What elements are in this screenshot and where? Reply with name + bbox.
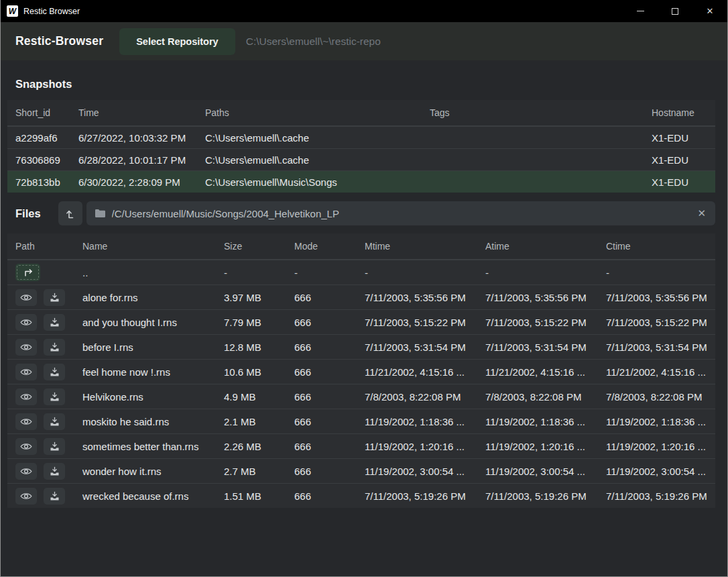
download-button[interactable] <box>44 413 65 430</box>
file-mode: 666 <box>286 461 357 482</box>
top-bar: Restic-Browser Select Repository C:\User… <box>1 22 727 60</box>
minimize-button[interactable] <box>623 0 658 22</box>
download-icon <box>50 293 60 303</box>
file-row[interactable]: sometimes better than.rns 2.26 MB 666 11… <box>7 433 715 458</box>
file-mtime: - <box>357 262 477 283</box>
file-mtime: 7/8/2003, 8:22:08 PM <box>357 386 477 407</box>
maximize-button[interactable] <box>658 0 692 22</box>
file-mode: 666 <box>286 386 357 407</box>
preview-button[interactable] <box>15 413 37 430</box>
download-icon <box>50 392 60 402</box>
column-header-hostname: Hostname <box>644 100 715 125</box>
file-ctime: 11/19/2002, 1:18:36 ... <box>598 411 715 432</box>
file-name: before I.rns <box>74 337 216 358</box>
file-name: moskito he said.rns <box>74 411 216 432</box>
select-repository-button[interactable]: Select Repository <box>119 28 235 55</box>
file-row[interactable]: wonder how it.rns 2.7 MB 666 11/19/2002,… <box>7 458 715 483</box>
file-mode: - <box>286 262 357 283</box>
file-atime: 11/21/2002, 4:15:16 ... <box>477 362 598 382</box>
file-mode: 666 <box>286 287 357 308</box>
file-mode: 666 <box>286 312 357 333</box>
file-actions <box>15 488 74 505</box>
snapshot-tags <box>422 177 644 187</box>
column-header-short-id: Short_id <box>7 100 70 125</box>
snapshot-short-id: 72b813bb <box>7 172 70 193</box>
download-button[interactable] <box>44 488 65 505</box>
preview-button[interactable] <box>15 388 37 405</box>
snapshot-tags <box>422 155 644 164</box>
title-bar: W Restic Browser ✕ <box>1 0 727 22</box>
file-name: wonder how it.rns <box>74 461 216 482</box>
file-mtime: 11/19/2002, 1:20:16 ... <box>357 436 477 457</box>
file-ctime: 7/8/2003, 8:22:08 PM <box>598 386 715 407</box>
file-size: 4.9 MB <box>216 386 286 407</box>
repository-path: C:\Users\emuell\~\restic-repo <box>246 36 381 48</box>
file-ctime: 11/19/2002, 1:20:16 ... <box>598 436 715 457</box>
snapshot-row[interactable]: 72b813bb 6/30/2022, 2:28:09 PM C:\Users\… <box>7 170 715 193</box>
snapshot-row[interactable]: 76306869 6/28/2022, 10:01:17 PM C:\Users… <box>7 148 715 170</box>
preview-button[interactable] <box>15 364 37 380</box>
file-row[interactable]: alone for.rns 3.97 MB 666 7/11/2003, 5:3… <box>7 284 715 309</box>
snapshot-short-id: a2299af6 <box>7 127 70 148</box>
download-button[interactable] <box>44 339 65 356</box>
download-button[interactable] <box>44 364 65 380</box>
eye-icon <box>20 368 32 376</box>
snapshots-table: Short_id Time Paths Tags Hostname a2299a… <box>7 100 715 193</box>
file-name: wrecked because of.rns <box>74 486 216 507</box>
snapshots-table-header: Short_id Time Paths Tags Hostname <box>7 100 715 126</box>
download-icon <box>50 466 60 476</box>
file-mtime: 7/11/2003, 5:31:54 PM <box>357 337 477 358</box>
column-header-path: Path <box>7 233 74 259</box>
snapshot-row[interactable]: a2299af6 6/27/2022, 10:03:32 PM C:\Users… <box>7 126 715 148</box>
preview-button[interactable] <box>15 289 37 306</box>
file-actions <box>15 289 74 306</box>
download-icon <box>50 441 60 452</box>
download-button[interactable] <box>44 388 65 405</box>
file-mode: 666 <box>286 411 357 432</box>
file-row[interactable]: feel home now !.rns 10.6 MB 666 11/21/20… <box>7 359 715 384</box>
go-up-button[interactable] <box>15 264 40 281</box>
clear-path-button[interactable]: ✕ <box>696 207 707 219</box>
file-atime: 7/11/2003, 5:15:22 PM <box>477 312 598 333</box>
maximize-icon <box>672 8 678 15</box>
current-path-bar[interactable]: /C/Users/emuell/Music/Songs/2004_Helveti… <box>86 201 715 225</box>
file-row[interactable]: wrecked because of.rns 1.51 MB 666 7/11/… <box>7 483 715 508</box>
files-heading: Files <box>15 207 41 220</box>
snapshot-short-id: 76306869 <box>7 150 70 170</box>
download-button[interactable] <box>44 463 65 480</box>
preview-button[interactable] <box>15 314 37 331</box>
download-icon <box>50 342 60 352</box>
file-name: Helvikone.rns <box>74 386 216 407</box>
file-mode: 666 <box>286 337 357 358</box>
close-button[interactable]: ✕ <box>692 0 727 22</box>
preview-button[interactable] <box>15 463 37 480</box>
file-ctime: 7/11/2003, 5:15:22 PM <box>598 312 715 333</box>
download-button[interactable] <box>44 314 65 331</box>
file-size: 1.51 MB <box>216 486 286 507</box>
snapshot-time: 6/30/2022, 2:28:09 PM <box>70 172 197 193</box>
file-name: sometimes better than.rns <box>74 436 216 457</box>
file-row[interactable]: Helvikone.rns 4.9 MB 666 7/8/2003, 8:22:… <box>7 384 715 409</box>
file-atime: - <box>477 262 598 283</box>
column-header-ctime: Ctime <box>598 233 715 259</box>
preview-button[interactable] <box>15 339 37 356</box>
file-mtime: 11/19/2002, 3:00:54 ... <box>357 461 477 482</box>
file-name: feel home now !.rns <box>74 362 216 382</box>
file-atime: 7/8/2003, 8:22:08 PM <box>477 386 598 407</box>
file-ctime: 7/11/2003, 5:19:26 PM <box>598 486 715 507</box>
download-button[interactable] <box>44 289 65 306</box>
window-title: Restic Browser <box>23 7 80 16</box>
files-bar: Files /C/Users/emuell/Music/Songs/2004_H… <box>7 201 715 225</box>
file-row[interactable]: moskito he said.rns 2.1 MB 666 11/19/200… <box>7 409 715 433</box>
preview-button[interactable] <box>15 488 37 505</box>
parent-directory-row[interactable]: .. - - - - - <box>7 260 715 284</box>
eye-icon <box>20 343 32 352</box>
file-row[interactable]: before I.rns 12.8 MB 666 7/11/2003, 5:31… <box>7 334 715 359</box>
files-table: Path Name Size Mode Mtime Atime Ctime .. <box>7 233 715 508</box>
preview-button[interactable] <box>15 438 37 455</box>
download-button[interactable] <box>44 438 65 455</box>
file-mtime: 11/19/2002, 1:18:36 ... <box>357 411 477 432</box>
go-to-root-button[interactable] <box>58 201 82 225</box>
file-row[interactable]: and you thought I.rns 7.79 MB 666 7/11/2… <box>7 309 715 334</box>
eye-icon <box>20 318 32 327</box>
